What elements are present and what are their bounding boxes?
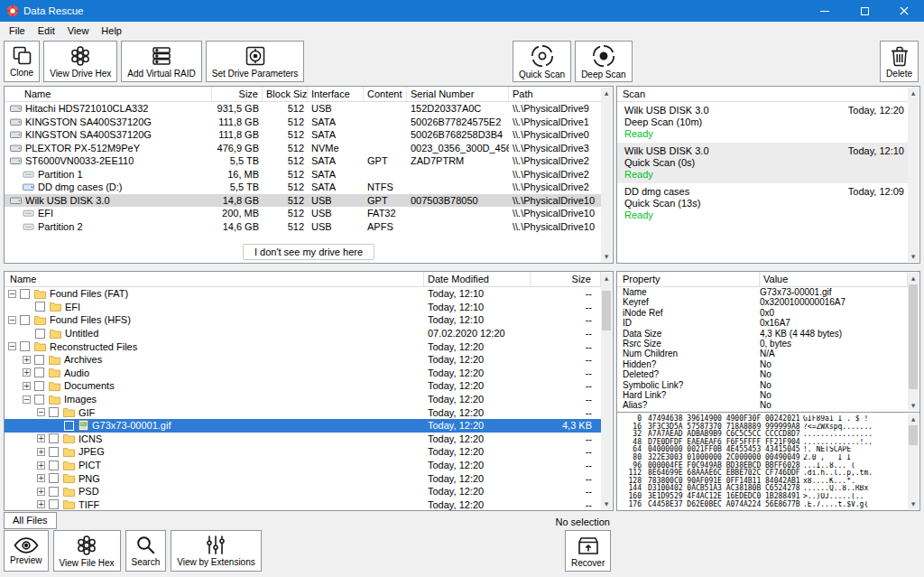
- column-header-name[interactable]: Name: [5, 272, 424, 286]
- scrollbar[interactable]: ▲▼: [908, 414, 919, 509]
- view-drive-hex-button[interactable]: View Drive Hex: [43, 41, 117, 82]
- file-tree-row[interactable]: +ICNSToday, 12:20--: [5, 433, 601, 446]
- scrollbar[interactable]: ▲▼: [908, 88, 919, 262]
- checkbox[interactable]: [49, 487, 59, 497]
- column-header-date-modified[interactable]: Date Modified: [424, 272, 531, 286]
- column-header-block-size[interactable]: Block Size: [263, 87, 308, 101]
- menu-help[interactable]: Help: [95, 24, 128, 37]
- file-tree-row[interactable]: +DocumentsToday, 12:20--: [5, 379, 601, 393]
- scan-item[interactable]: DD dmg casesToday, 12:09Quick Scan (13s)…: [617, 183, 908, 224]
- property-row[interactable]: ID0x16A7: [617, 318, 908, 328]
- scroll-up-icon[interactable]: ▲: [908, 88, 919, 98]
- preview-button[interactable]: Preview: [4, 530, 49, 572]
- drive-row[interactable]: DD dmg cases (D:)5,5 TB512SATANTFS\\.\Ph…: [5, 181, 601, 194]
- checkbox[interactable]: [35, 329, 45, 339]
- scroll-up-icon[interactable]: ▲: [908, 273, 919, 284]
- expand-icon[interactable]: +: [37, 461, 45, 470]
- expand-icon[interactable]: +: [23, 368, 31, 377]
- file-tree-row[interactable]: +TIFFToday, 12:20--: [5, 498, 601, 512]
- property-row[interactable]: Num ChildrenN/A: [617, 349, 908, 358]
- scroll-up-icon[interactable]: ▲: [601, 88, 612, 98]
- menu-edit[interactable]: Edit: [32, 24, 61, 37]
- drive-row[interactable]: ST6000VN0033-2EE1105,5 TB512SATAGPTZAD7P…: [5, 154, 601, 168]
- drive-row[interactable]: Wilk USB DISK 3.014,8 GB512USBGPT007503B…: [5, 194, 601, 208]
- file-tree-row[interactable]: +PSDToday, 12:20--: [5, 485, 601, 498]
- collapse-icon[interactable]: −: [8, 290, 16, 298]
- checkbox[interactable]: [49, 499, 59, 509]
- collapse-icon[interactable]: −: [23, 396, 31, 404]
- scroll-down-icon[interactable]: ▼: [908, 251, 919, 262]
- add-virtual-raid-button[interactable]: Add Virtual RAID: [121, 41, 201, 82]
- checkbox[interactable]: [64, 421, 74, 431]
- set-drive-parameters-button[interactable]: Set Drive Parameters: [206, 41, 305, 82]
- checkbox[interactable]: [49, 447, 59, 457]
- property-row[interactable]: Symbolic Link?No: [617, 380, 908, 390]
- dont-see-drive-button[interactable]: I don't see my drive here: [243, 244, 374, 260]
- maximize-button[interactable]: [845, 0, 884, 22]
- column-header-path[interactable]: Path: [509, 87, 601, 101]
- clone-button[interactable]: Clone: [4, 41, 40, 82]
- checkbox[interactable]: [20, 315, 30, 325]
- scroll-down-icon[interactable]: ▼: [601, 251, 612, 262]
- checkbox[interactable]: [20, 289, 30, 299]
- drive-row[interactable]: PLEXTOR PX-512M9PeY476,9 GB512NVMe0023_0…: [5, 142, 601, 155]
- file-tree-row[interactable]: +ArchivesToday, 12:20--: [5, 353, 601, 367]
- deep-scan-button[interactable]: Deep Scan: [575, 41, 632, 82]
- view-by-extensions-button[interactable]: View by Extensions: [171, 530, 262, 572]
- column-header-content[interactable]: Content: [364, 87, 407, 101]
- file-tree-row[interactable]: +PNGToday, 12:20--: [5, 471, 601, 485]
- drive-row[interactable]: KINGSTON SA400S37120G111,8 GB512SATA5002…: [5, 128, 601, 142]
- checkbox[interactable]: [20, 341, 30, 351]
- property-row[interactable]: Hidden?No: [617, 359, 908, 369]
- column-header-size[interactable]: Size: [531, 272, 601, 286]
- drive-row[interactable]: Partition 214,6 GB512USBAPFS\\.\Physical…: [5, 220, 601, 234]
- scan-item[interactable]: Wilk USB DISK 3.0Today, 12:10Quick Scan …: [617, 143, 908, 183]
- scroll-thumb[interactable]: [602, 291, 611, 330]
- scroll-down-icon[interactable]: ▼: [601, 498, 612, 509]
- collapse-icon[interactable]: −: [37, 408, 45, 416]
- checkbox[interactable]: [34, 368, 44, 377]
- column-header-name[interactable]: Name: [5, 87, 212, 101]
- checkbox[interactable]: [35, 302, 45, 312]
- file-tree-row[interactable]: −Reconstructed FilesToday, 12:20--: [5, 340, 601, 353]
- expand-icon[interactable]: +: [37, 448, 45, 456]
- checkbox[interactable]: [49, 461, 59, 470]
- checkbox[interactable]: [34, 381, 44, 391]
- file-tree-row[interactable]: −Found Files (FAT)Today, 12:10--: [5, 287, 601, 301]
- column-header-value[interactable]: Value: [760, 272, 908, 286]
- scroll-down-icon[interactable]: ▼: [908, 400, 919, 411]
- checkbox[interactable]: [49, 407, 59, 417]
- file-tree-row[interactable]: −Found Files (HFS)Today, 12:10--: [5, 313, 601, 327]
- checkbox[interactable]: [49, 433, 59, 443]
- property-row[interactable]: Hard Link?No: [617, 390, 908, 400]
- drive-row[interactable]: Partition 116, MB512SATA\\.\PhysicalDriv…: [5, 168, 601, 181]
- scroll-thumb[interactable]: [909, 284, 918, 389]
- column-header-size[interactable]: Size: [212, 87, 263, 101]
- file-tree-row[interactable]: −ImagesToday, 12:20--: [5, 393, 601, 406]
- drive-row[interactable]: KINGSTON SA400S37120G111,8 GB512SATA5002…: [5, 116, 601, 129]
- menu-view[interactable]: View: [61, 24, 96, 37]
- recover-button[interactable]: Recover: [565, 530, 611, 572]
- file-tree-row[interactable]: G73x73-00001.gifToday, 12:204,3 KB: [5, 419, 601, 433]
- view-file-hex-button[interactable]: View File Hex: [53, 530, 121, 572]
- property-row[interactable]: Rsrc Size0, bytes: [617, 339, 908, 349]
- checkbox[interactable]: [34, 395, 44, 405]
- property-row[interactable]: NameG73x73-00001.gif: [617, 287, 908, 297]
- scroll-up-icon[interactable]: ▲: [908, 414, 919, 424]
- search-button[interactable]: Search: [125, 530, 167, 572]
- scroll-up-icon[interactable]: ▲: [601, 273, 612, 284]
- expand-icon[interactable]: +: [23, 382, 31, 390]
- scrollbar[interactable]: ▲▼: [601, 273, 612, 509]
- file-tree-row[interactable]: +PICTToday, 12:20--: [5, 459, 601, 472]
- menu-file[interactable]: File: [3, 24, 32, 37]
- close-button[interactable]: [884, 0, 924, 22]
- expand-icon[interactable]: +: [37, 488, 45, 496]
- file-tree-row[interactable]: EFIToday, 12:10--: [5, 301, 601, 314]
- file-tree-row[interactable]: +AudioToday, 12:20--: [5, 367, 601, 380]
- delete-button[interactable]: Delete: [880, 41, 919, 82]
- quick-scan-button[interactable]: Quick Scan: [513, 41, 571, 82]
- expand-icon[interactable]: +: [23, 356, 31, 364]
- collapse-icon[interactable]: −: [8, 342, 16, 350]
- checkbox[interactable]: [34, 355, 44, 365]
- property-row[interactable]: Keyref0x3200100000016A7: [617, 297, 908, 307]
